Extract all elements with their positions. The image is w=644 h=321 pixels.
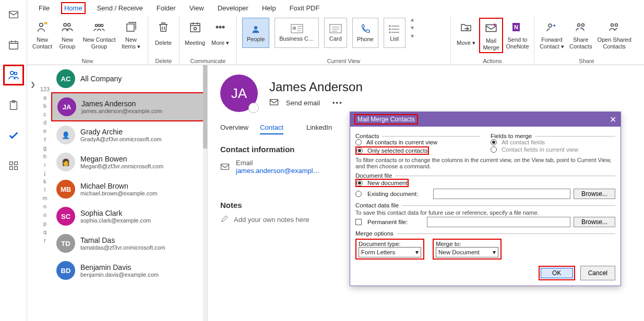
svg-point-19 (194, 28, 196, 30)
chevron-down-icon: ▾ (493, 249, 496, 256)
menu-help[interactable]: Help (260, 3, 278, 13)
datafile-legend: Contact data file (355, 202, 399, 208)
group-actions-label: Actions (451, 58, 534, 65)
tasks-clipboard-icon[interactable] (3, 95, 24, 116)
merge-to-select[interactable]: New Document▾ (436, 247, 498, 257)
pencil-icon (220, 215, 229, 225)
radio-all-fields[interactable] (491, 139, 497, 145)
doc-type-select[interactable]: Form Letters▾ (359, 247, 421, 257)
open-shared-button[interactable]: Open Shared Contacts (595, 18, 633, 51)
contact-list-item[interactable]: TDTamal Dastamaldas@zf3vr.onmicrosoft.co… (51, 230, 207, 257)
browse-docfile-button[interactable]: Browse... (574, 189, 615, 199)
view-phone[interactable]: Phone (352, 18, 378, 48)
avatar: SC (56, 207, 75, 226)
move-folder-icon (458, 19, 474, 35)
menu-send-receive[interactable]: Send / Receive (95, 3, 145, 13)
nav-rail (0, 0, 27, 321)
svg-rect-8 (9, 167, 13, 170)
contact-list-item[interactable]: MBMichael Brownmichael.brown@example.com (51, 176, 207, 203)
svg-point-10 (40, 23, 43, 27)
contact-email: james.anderson@example.com (81, 108, 162, 114)
radio-only-selected[interactable] (356, 147, 363, 154)
share-contacts-button[interactable]: Share Contacts (567, 18, 594, 51)
contact-email: tamaldas@zf3vr.onmicrosoft.com (80, 244, 165, 251)
scrollbar-thumb[interactable] (203, 65, 207, 149)
contact-email: michael.brown@example.com (80, 190, 158, 196)
tab-contact[interactable]: Contact (260, 124, 283, 134)
svg-point-28 (389, 29, 390, 30)
onenote-button[interactable]: NSend to OneNote (504, 18, 531, 51)
svg-point-35 (581, 24, 584, 27)
forward-contact-button[interactable]: Forward Contact ▾ (538, 18, 566, 51)
new-items-button[interactable]: New Items ▾ (119, 18, 143, 51)
contact-list-item[interactable]: SCSophia Clarksophia.clark@example.com (51, 203, 207, 230)
permanent-file-input[interactable] (427, 217, 570, 227)
mail-merge-button[interactable]: Mail Merge (479, 18, 503, 53)
contact-list-item[interactable]: 👤Grady ArchieGradyA@zf3vr.onmicrosoft.co… (51, 121, 207, 149)
new-contact-group-button[interactable]: New Contact Group (80, 18, 118, 51)
gallery-more-icon[interactable]: ▾ (411, 32, 414, 40)
view-people[interactable]: People (242, 18, 269, 48)
contact-list-item[interactable]: 👩Megan BowenMeganB@zf3vr.onmicrosoft.com (51, 149, 207, 176)
close-icon[interactable]: ✕ (610, 115, 616, 125)
menu-bar: File Home Send / Receive Folder View Dev… (27, 0, 644, 16)
check-permanent-file[interactable] (355, 219, 362, 225)
move-button[interactable]: Move ▾ (454, 18, 478, 51)
radio-fields-in-view[interactable] (491, 146, 497, 153)
detail-name: James Anderson (269, 80, 363, 94)
collapse-chevron-icon[interactable]: ❯ (27, 65, 39, 321)
existing-document-input[interactable] (433, 189, 570, 199)
ok-button[interactable]: OK (541, 268, 573, 278)
email-value[interactable]: james.anderson@exampl… (236, 167, 320, 175)
send-email-link[interactable]: Send email (286, 99, 320, 107)
svg-point-25 (293, 27, 295, 30)
radio-existing-document-label: Existing document: (367, 191, 430, 197)
group-delete-label: Delete (148, 58, 179, 65)
contact-name: Grady Archie (80, 128, 161, 136)
view-card[interactable]: Card (324, 18, 347, 48)
group-currentview-label: Current View (237, 58, 450, 65)
svg-rect-0 (9, 11, 18, 18)
az-index[interactable]: 123 abcdefghijklmnopqr (39, 65, 51, 321)
more-actions-icon[interactable]: ••• (332, 99, 343, 107)
new-contact-button[interactable]: New Contact (30, 18, 54, 51)
cancel-button[interactable]: Cancel (580, 266, 615, 280)
contact-name: All Company (80, 75, 122, 83)
mail-icon[interactable] (3, 4, 24, 25)
browse-datafile-button[interactable]: Browse... (574, 217, 615, 227)
calendar-icon[interactable] (3, 34, 24, 55)
contact-list: ACAll CompanyJAJames Andersonjames.ander… (51, 65, 208, 321)
radio-all-contacts[interactable] (355, 139, 362, 145)
meeting-button[interactable]: Meeting (183, 18, 207, 51)
contact-list-item[interactable]: JAJames Andersonjames.anderson@example.c… (51, 92, 207, 121)
gallery-down-icon[interactable]: ▾ (411, 24, 414, 31)
gallery-up-icon[interactable]: ▴ (411, 16, 414, 23)
more-button[interactable]: More ▾ (208, 18, 232, 51)
svg-point-22 (223, 27, 224, 28)
menu-home[interactable]: Home (61, 2, 86, 14)
menu-folder[interactable]: Folder (154, 3, 178, 13)
svg-rect-17 (127, 24, 134, 31)
apps-grid-icon[interactable] (3, 155, 24, 176)
menu-developer[interactable]: Developer (216, 3, 251, 13)
menu-foxit[interactable]: Foxit PDF (288, 3, 322, 13)
new-group-button[interactable]: New Group (55, 18, 79, 51)
notes-placeholder[interactable]: Add your own notes here (234, 216, 309, 224)
tab-linkedin[interactable]: LinkedIn (306, 124, 332, 134)
contacts-legend: Contacts (355, 133, 379, 139)
radio-existing-document[interactable] (355, 191, 362, 197)
contact-list-item[interactable]: ACAll Company (51, 65, 207, 92)
view-business-card[interactable]: Business C… (275, 18, 319, 48)
svg-rect-1 (9, 42, 18, 50)
todo-check-icon[interactable] (3, 125, 24, 146)
permanent-file-label: Permanent file: (367, 219, 424, 225)
delete-button[interactable]: Delete (151, 18, 175, 51)
menu-file[interactable]: File (37, 3, 52, 13)
contact-list-item[interactable]: BDBenjamin Davisbenjamin.davis@example.c… (51, 257, 207, 284)
view-list[interactable]: List (384, 18, 406, 48)
menu-view[interactable]: View (187, 3, 206, 13)
tab-overview[interactable]: Overview (220, 124, 248, 134)
svg-point-23 (254, 26, 257, 29)
radio-new-document[interactable] (356, 180, 363, 186)
people-icon[interactable] (3, 65, 24, 85)
